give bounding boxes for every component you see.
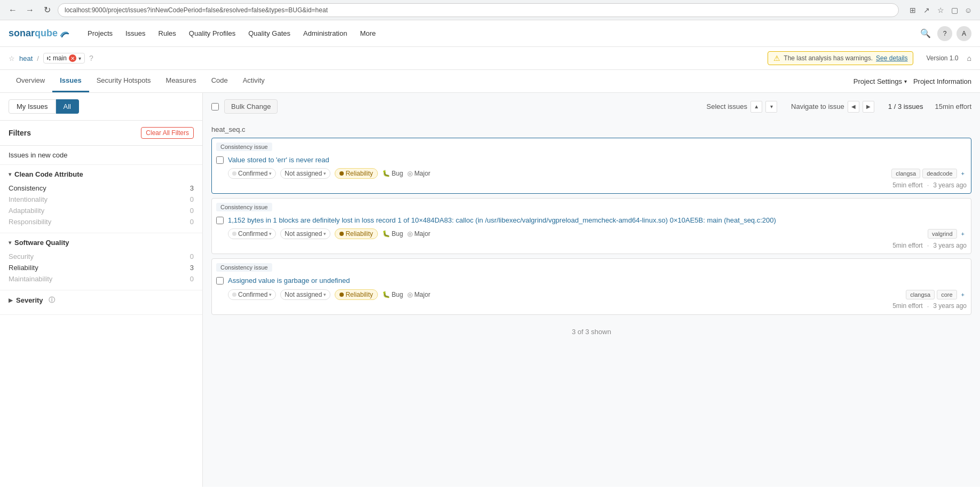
user-icon[interactable]: ☺ (963, 5, 974, 15)
issue-assigned-1[interactable]: Not assigned ▾ (280, 168, 330, 179)
back-button[interactable]: ← (6, 4, 19, 17)
tag-valgrind-2[interactable]: valgrind (928, 229, 957, 239)
nav-more[interactable]: More (354, 26, 381, 41)
dot-sep-2: · (927, 241, 929, 249)
issue-checkbox-1[interactable] (216, 156, 224, 164)
url-bar[interactable] (58, 3, 899, 17)
issues-in-new-code-item[interactable]: Issues in new code (9, 151, 194, 159)
sub-nav: Overview Issues Security Hotspots Measur… (0, 70, 980, 93)
tag-clangsa-3[interactable]: clangsa (906, 290, 935, 299)
search-icon[interactable]: 🔍 (920, 28, 931, 38)
severity-help-icon[interactable]: ⓘ (49, 296, 55, 305)
version-text: Version 1.0 (926, 54, 958, 62)
tab-measures[interactable]: Measures (159, 70, 204, 92)
bookmark-icon[interactable]: ☆ (935, 5, 946, 15)
issue-quality-2[interactable]: Reliability (335, 228, 377, 239)
warning-icon: ⚠ (773, 54, 780, 62)
issue-status-1[interactable]: Confirmed ▾ (228, 168, 276, 179)
software-quality-label: Software Quality (14, 239, 69, 247)
adaptability-filter-name[interactable]: Adaptability (9, 207, 44, 215)
tab-code[interactable]: Code (204, 70, 235, 92)
project-settings-btn[interactable]: Project Settings ▾ (853, 77, 907, 85)
nav-rules[interactable]: Rules (153, 26, 181, 41)
home-icon[interactable]: ⌂ (967, 54, 971, 62)
consistency-filter-name[interactable]: Consistency (9, 184, 46, 192)
nav-quality-gates[interactable]: Quality Gates (243, 26, 296, 41)
branch-dropdown-icon[interactable]: ▾ (78, 56, 81, 61)
software-quality-header[interactable]: ▾ Software Quality (9, 239, 194, 247)
tab-activity[interactable]: Activity (235, 70, 272, 92)
share-icon[interactable]: ↗ (921, 5, 932, 15)
issue-link-2[interactable]: 1,152 bytes in 1 blocks are definitely l… (228, 216, 967, 225)
severity-label: Severity (16, 296, 43, 304)
issue-link-3[interactable]: Assigned value is garbage or undefined (228, 276, 967, 286)
nav-quality-profiles[interactable]: Quality Profiles (184, 26, 241, 41)
help-icon[interactable]: ? (89, 54, 93, 62)
star-icon[interactable]: ☆ (9, 54, 15, 62)
issue-link-1[interactable]: Value stored to 'err' is never read (228, 155, 967, 165)
branch-clear-icon[interactable]: ✕ (69, 54, 76, 62)
forward-button[interactable]: → (23, 4, 36, 17)
bulk-change-button[interactable]: Bulk Change (224, 99, 278, 114)
time-1: 3 years ago (933, 181, 967, 189)
issue-checkbox-2[interactable] (216, 217, 224, 224)
user-nav-icon[interactable]: A (957, 26, 971, 41)
warning-banner: ⚠ The last analysis has warnings. See de… (768, 51, 913, 65)
effort-3: 5min effort (892, 302, 922, 310)
file-label: heat_seq.c (211, 125, 971, 133)
clean-code-header[interactable]: ▾ Clean Code Attribute (9, 170, 194, 178)
filter-row-responsibility: Responsibility 0 (9, 216, 194, 227)
tab-overview[interactable]: Overview (9, 70, 52, 92)
nav-administration[interactable]: Administration (298, 26, 352, 41)
filter-row-adaptability: Adaptability 0 (9, 205, 194, 216)
branch-badge[interactable]: ⑆ main ✕ ▾ (43, 53, 85, 64)
maintainability-filter-name[interactable]: Maintainability (9, 275, 52, 283)
nav-issues[interactable]: Issues (120, 26, 151, 41)
tag-plus-3[interactable]: + (959, 290, 967, 299)
tag-plus-1[interactable]: + (959, 169, 967, 178)
reliability-filter-name[interactable]: Reliability (9, 264, 38, 272)
reload-button[interactable]: ↻ (41, 4, 53, 17)
security-filter-name[interactable]: Security (9, 252, 34, 260)
nav-prev-button[interactable]: ◀ (848, 101, 859, 113)
project-info-btn[interactable]: Project Information (913, 77, 971, 85)
issue-checkbox-3[interactable] (216, 277, 224, 284)
intentionality-filter-name[interactable]: Intentionality (9, 195, 48, 203)
nav-items: Projects Issues Rules Quality Profiles Q… (82, 26, 920, 41)
select-all-checkbox[interactable] (211, 103, 219, 110)
issue-tags-right-2: valgrind + (928, 229, 967, 239)
help-nav-icon[interactable]: ? (937, 26, 952, 41)
tag-deadcode-1[interactable]: deadcode (922, 169, 957, 178)
severity-header[interactable]: ▶ Severity ⓘ (9, 296, 194, 305)
issue-quality-3[interactable]: Reliability (335, 289, 377, 300)
all-issues-button[interactable]: All (56, 99, 79, 114)
clear-filters-button[interactable]: Clear All Filters (141, 127, 194, 139)
responsibility-filter-name[interactable]: Responsibility (9, 218, 51, 226)
project-link[interactable]: heat (19, 54, 33, 62)
navigate-to-issue-label: Navigate to issue (791, 102, 844, 110)
status-label-2: Confirmed (238, 230, 267, 238)
issue-quality-1[interactable]: Reliability (335, 168, 377, 179)
tab-security-hotspots[interactable]: Security Hotspots (89, 70, 159, 92)
nav-next-button[interactable]: ▶ (863, 101, 874, 113)
quality-label-3: Reliability (345, 291, 373, 298)
issue-assigned-3[interactable]: Not assigned ▾ (280, 289, 330, 300)
issue-status-2[interactable]: Confirmed ▾ (228, 228, 276, 239)
issues-new-code-section: Issues in new code (0, 146, 202, 165)
select-up-button[interactable]: ▲ (750, 101, 762, 113)
issue-status-3[interactable]: Confirmed ▾ (228, 289, 276, 300)
tag-plus-2[interactable]: + (959, 230, 967, 238)
window-icon[interactable]: ▢ (949, 5, 960, 15)
issue-assigned-2[interactable]: Not assigned ▾ (280, 228, 330, 239)
nav-projects[interactable]: Projects (82, 26, 118, 41)
issue-bottom-meta-2: 5min effort · 3 years ago (228, 241, 967, 249)
tag-core-3[interactable]: core (937, 290, 957, 299)
issue-bottom-meta-1: 5min effort · 3 years ago (228, 181, 967, 189)
select-down-button[interactable]: ▾ (765, 101, 777, 113)
see-details-link[interactable]: See details (876, 54, 907, 62)
screen-share-icon[interactable]: ⊞ (907, 5, 918, 15)
issue-type-3: 🐛 Bug (382, 291, 403, 298)
tag-clangsa-1[interactable]: clangsa (891, 169, 920, 178)
tab-issues[interactable]: Issues (52, 70, 89, 92)
my-issues-button[interactable]: My Issues (9, 99, 56, 114)
